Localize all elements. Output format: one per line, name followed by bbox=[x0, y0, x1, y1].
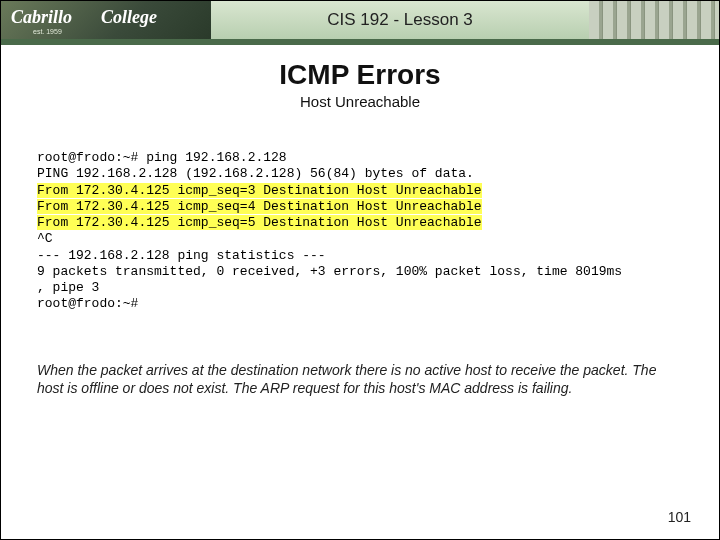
lesson-title: CIS 192 - Lesson 3 bbox=[327, 10, 473, 30]
term-line: PING 192.168.2.128 (192.168.2.128) 56(84… bbox=[37, 166, 474, 181]
svg-text:est. 1959: est. 1959 bbox=[33, 28, 62, 35]
term-line-highlight: From 172.30.4.125 icmp_seq=5 Destination… bbox=[37, 215, 482, 230]
term-line: ^C bbox=[37, 231, 53, 246]
term-line-highlight: From 172.30.4.125 icmp_seq=4 Destination… bbox=[37, 199, 482, 214]
term-line: --- 192.168.2.128 ping statistics --- bbox=[37, 248, 326, 263]
cabrillo-logo-svg: Cabrillo College est. 1959 bbox=[11, 3, 211, 37]
terminal-output: root@frodo:~# ping 192.168.2.128 PING 19… bbox=[37, 150, 683, 313]
slide-subtitle: Host Unreachable bbox=[1, 93, 719, 110]
term-line: 9 packets transmitted, 0 received, +3 er… bbox=[37, 264, 622, 279]
svg-text:College: College bbox=[101, 7, 157, 27]
college-logo: Cabrillo College est. 1959 bbox=[1, 1, 211, 39]
term-line: , pipe 3 bbox=[37, 280, 99, 295]
svg-text:Cabrillo: Cabrillo bbox=[11, 7, 72, 27]
term-line: root@frodo:~# bbox=[37, 296, 138, 311]
slide-header: Cabrillo College est. 1959 CIS 192 - Les… bbox=[1, 1, 719, 39]
slide-title: ICMP Errors bbox=[1, 59, 719, 91]
header-strip bbox=[1, 39, 719, 45]
term-line-highlight: From 172.30.4.125 icmp_seq=3 Destination… bbox=[37, 183, 482, 198]
lesson-title-bar: CIS 192 - Lesson 3 bbox=[211, 1, 589, 39]
slide-caption: When the packet arrives at the destinati… bbox=[37, 361, 679, 399]
pillar-decoration bbox=[589, 1, 719, 39]
page-number: 101 bbox=[668, 509, 691, 525]
term-line: root@frodo:~# ping 192.168.2.128 bbox=[37, 150, 287, 165]
